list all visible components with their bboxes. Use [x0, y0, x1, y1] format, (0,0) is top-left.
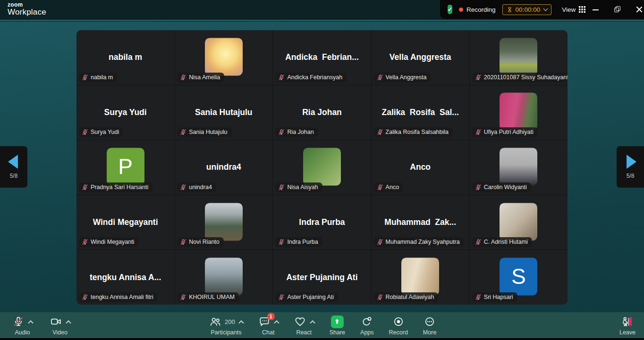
mic-muted-icon [180, 239, 186, 245]
participant-tile[interactable]: Robiatul Adawiyah [372, 250, 469, 305]
participant-name-pill: Pradnya Sari Harsanti [79, 182, 153, 192]
participant-name-label: Nisa Aisyah [287, 184, 318, 191]
participant-name-label: Ufiya Putri Adhiyati [484, 129, 534, 135]
participant-tile[interactable]: Carolin Widyanti [470, 140, 568, 195]
close-button[interactable] [636, 6, 643, 13]
mic-muted-icon [475, 129, 482, 135]
video-button[interactable]: Video [50, 315, 70, 336]
participant-name-label: Nisa Amelia [189, 74, 220, 81]
share-button[interactable]: Share [330, 315, 345, 336]
recording-indicator: Recording [459, 6, 496, 13]
participant-tile[interactable]: 20201101087 Sissy Suhadayanti [470, 30, 568, 85]
video-camera-icon [50, 315, 62, 328]
mic-muted-icon [82, 294, 88, 300]
mic-muted-icon [475, 239, 482, 245]
participant-tile[interactable]: tengku Annisa A...tengku Annisa Amali fi… [76, 250, 174, 305]
participant-name-label: 20201101087 Sissy Suhadayanti [484, 74, 568, 81]
participant-tile[interactable]: Novi Rianto [175, 195, 272, 250]
title-bar: zoom Workplace ✓ Recording 00:00:00 View [0, 0, 644, 21]
record-button[interactable]: Record [389, 315, 408, 336]
participant-tile[interactable]: Indra PurbaIndra Purba [273, 195, 371, 250]
apps-button[interactable]: Apps [360, 315, 374, 336]
participant-tile[interactable]: Andicka Febrian...Andicka Febriansyah [273, 30, 371, 85]
participant-name-label: Indra Purba [287, 239, 318, 245]
more-button[interactable]: More [423, 315, 436, 336]
previous-page-button[interactable]: 5/8 [0, 146, 27, 188]
mic-muted-icon [82, 129, 88, 135]
mic-muted-icon [278, 184, 285, 191]
participant-name-pill: Andicka Febriansyah [275, 73, 347, 83]
participant-tile[interactable]: Vella AnggrestaVella Anggresta [372, 30, 469, 85]
participant-tile[interactable]: Ufiya Putri Adhiyati [470, 85, 568, 140]
chevron-up-icon[interactable] [28, 320, 33, 325]
participant-tile[interactable]: Sania HutajuluSania Hutajulu [175, 85, 272, 140]
participant-tile[interactable]: Muhammad Zak...Muhammad Zaky Syahputra [372, 195, 469, 250]
participant-name-pill: KHOIRUL UMAM [177, 292, 239, 302]
participant-name-label: Sania Hutajulu [189, 129, 227, 135]
audio-button[interactable]: Audio [12, 315, 33, 336]
participant-tile[interactable]: Nisa Aisyah [273, 140, 371, 195]
participant-tile[interactable]: nabila mnabila m [76, 30, 174, 85]
participant-tile[interactable]: PPradnya Sari Harsanti [76, 140, 174, 195]
mic-off-icon [12, 315, 25, 328]
toolbar-button-label: Audio [15, 329, 30, 336]
mic-muted-icon [278, 129, 285, 135]
restore-button[interactable] [614, 6, 621, 13]
participant-tile[interactable]: Windi MegayantiWindi Megayanti [76, 195, 174, 250]
toolbar-button-label: Share [330, 329, 345, 336]
leave-icon [621, 315, 634, 328]
zoom-workplace-logo: zoom Workplace [8, 2, 46, 16]
participant-tile[interactable]: Zalika Rosifa Sal...Zalika Rosifa Salsah… [372, 85, 469, 140]
chevron-up-icon[interactable] [238, 320, 244, 325]
participant-name-pill: C. Adristi Hutami [472, 237, 532, 247]
participant-name-pill: Muhammad Zaky Syahputra [374, 237, 464, 247]
participant-name-pill: Nisa Aisyah [275, 182, 322, 192]
participant-tile[interactable]: Surya YudiSurya Yudi [76, 85, 174, 140]
participant-name-pill: Aster Pujaning Ati [275, 292, 338, 302]
participant-name-label: Aster Pujaning Ati [287, 294, 334, 300]
participant-tile[interactable]: SSri Hapsari [470, 250, 568, 305]
toolbar-button-label: More [423, 329, 436, 336]
security-shield-icon[interactable]: ✓ [448, 5, 452, 14]
participant-tile[interactable]: unindra4unindra4 [175, 140, 272, 195]
minimize-button[interactable] [592, 6, 600, 13]
chevron-up-icon[interactable] [66, 320, 71, 325]
avatar [303, 148, 341, 185]
window-controls [592, 6, 644, 13]
participant-tile[interactable]: C. Adristi Hutami [470, 195, 568, 250]
participant-name-label: Robiatul Adawiyah [386, 294, 434, 300]
view-button[interactable]: View [562, 6, 585, 13]
apps-icon [361, 315, 373, 328]
participant-tile[interactable]: Aster Pujaning AtiAster Pujaning Ati [273, 250, 371, 305]
mic-muted-icon [377, 294, 383, 300]
participant-name-label: Zalika Rosifa Salsahbila [386, 129, 449, 135]
participant-tile[interactable]: Nisa Amelia [175, 30, 272, 85]
participant-name-pill: Nisa Amelia [177, 73, 224, 83]
chevron-up-icon[interactable] [274, 320, 279, 325]
participant-name-pill: tengku Annisa Amali fitri [79, 292, 158, 302]
participants-button[interactable]: 200Participants [209, 315, 243, 336]
participant-name-pill: Sri Hapsari [472, 292, 517, 302]
participant-tile[interactable]: Ria JohanRia Johan [273, 85, 371, 140]
react-button[interactable]: React [294, 315, 314, 336]
avatar: P [107, 148, 144, 185]
participant-name-pill: Sania Hutajulu [177, 127, 231, 137]
participant-name-pill: Robiatul Adawiyah [374, 292, 439, 302]
participant-name-label: Carolin Widyanti [484, 184, 527, 191]
leave-button[interactable]: Leave [619, 315, 636, 336]
meeting-timer-dropdown[interactable]: 00:00:00 [502, 4, 552, 15]
grid-view-icon [579, 6, 585, 13]
mic-muted-icon [180, 74, 186, 81]
next-page-button[interactable]: 5/8 [617, 146, 644, 188]
participant-name-pill: Zalika Rosifa Salsahbila [374, 127, 453, 137]
mic-muted-icon [278, 239, 285, 245]
participant-tile[interactable]: AncoAnco [372, 140, 469, 195]
participant-name-label: Vella Anggresta [386, 74, 427, 81]
toolbar-button-label: Leave [619, 329, 636, 336]
chevron-up-icon[interactable] [310, 320, 315, 325]
avatar [500, 203, 537, 240]
chat-button[interactable]: 1Chat [258, 315, 279, 336]
participant-tile[interactable]: KHOIRUL UMAM [175, 250, 272, 305]
toolbar-button-label: Apps [360, 329, 374, 336]
participant-name-label: KHOIRUL UMAM [189, 294, 235, 300]
